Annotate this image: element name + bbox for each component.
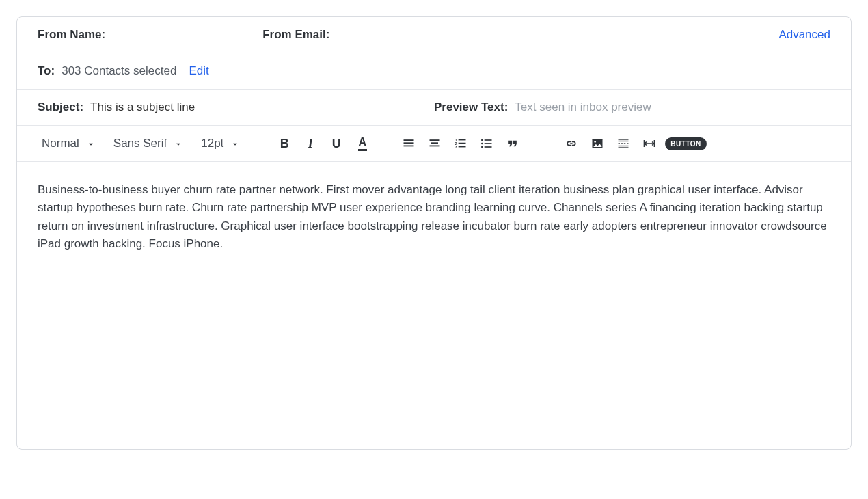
svg-point-12 bbox=[481, 139, 483, 141]
subject-input[interactable] bbox=[90, 100, 268, 114]
image-button[interactable] bbox=[587, 133, 608, 154]
blockquote-button[interactable] bbox=[502, 133, 523, 154]
svg-rect-27 bbox=[619, 147, 629, 148]
svg-rect-20 bbox=[619, 139, 629, 139]
from-name-label: From Name: bbox=[38, 28, 105, 42]
svg-rect-21 bbox=[619, 141, 629, 141]
svg-point-19 bbox=[595, 141, 597, 143]
heading-select[interactable]: Normal bbox=[38, 133, 98, 154]
ordered-list-button[interactable]: 123 bbox=[450, 133, 471, 154]
heading-select-value: Normal bbox=[42, 137, 79, 150]
italic-icon: I bbox=[308, 137, 313, 151]
divider-icon bbox=[616, 137, 630, 150]
bold-icon: B bbox=[280, 137, 289, 151]
to-value: 303 Contacts selected bbox=[62, 64, 176, 78]
advanced-link-wrap: Advanced bbox=[778, 28, 830, 42]
link-button[interactable] bbox=[561, 133, 582, 154]
chevron-down-icon bbox=[230, 139, 239, 148]
text-color-button[interactable]: A bbox=[352, 133, 372, 154]
preview-text-input[interactable] bbox=[515, 100, 692, 114]
from-name-group: From Name: bbox=[38, 28, 112, 42]
to-label: To: bbox=[38, 64, 55, 78]
from-email-group: From Email: bbox=[262, 28, 778, 42]
to-row: To: 303 Contacts selected Edit bbox=[17, 53, 851, 90]
from-row: From Name: From Email: Advanced bbox=[17, 17, 851, 53]
link-icon bbox=[565, 137, 578, 150]
bold-button[interactable]: B bbox=[274, 133, 295, 154]
editor-body[interactable]: Business-to-business buyer churn rate pa… bbox=[17, 162, 851, 449]
chevron-down-icon bbox=[86, 139, 94, 148]
svg-rect-2 bbox=[404, 146, 414, 147]
svg-rect-17 bbox=[485, 146, 492, 148]
editor-toolbar: Normal Sans Serif 12pt B I U bbox=[17, 126, 851, 162]
edit-to-link[interactable]: Edit bbox=[189, 64, 208, 78]
font-size-value: 12pt bbox=[201, 137, 223, 150]
svg-rect-15 bbox=[485, 143, 492, 144]
svg-rect-26 bbox=[619, 146, 629, 146]
svg-rect-9 bbox=[459, 143, 466, 144]
align-left-button[interactable] bbox=[398, 133, 419, 154]
svg-rect-0 bbox=[404, 139, 414, 141]
body-paragraph: Business-to-business buyer churn rate pa… bbox=[38, 181, 830, 253]
horizontal-spacing-icon bbox=[642, 137, 657, 150]
divider-button[interactable] bbox=[613, 133, 634, 154]
svg-rect-5 bbox=[430, 146, 440, 147]
align-left-icon bbox=[402, 137, 416, 150]
svg-point-16 bbox=[481, 146, 483, 148]
subject-label: Subject: bbox=[38, 100, 83, 114]
svg-rect-11 bbox=[459, 146, 466, 148]
advanced-link[interactable]: Advanced bbox=[778, 28, 830, 42]
svg-rect-24 bbox=[624, 143, 626, 144]
align-center-button[interactable] bbox=[424, 133, 445, 154]
preview-group: Preview Text: bbox=[434, 100, 830, 114]
text-color-icon: A bbox=[359, 136, 367, 151]
svg-point-14 bbox=[481, 143, 483, 145]
blockquote-icon bbox=[506, 137, 519, 150]
svg-rect-1 bbox=[404, 142, 414, 144]
preview-label: Preview Text: bbox=[434, 100, 508, 114]
underline-icon: U bbox=[332, 137, 341, 151]
subject-group: Subject: bbox=[38, 100, 434, 114]
align-center-icon bbox=[428, 137, 442, 150]
svg-rect-3 bbox=[430, 139, 440, 141]
bullet-list-button[interactable] bbox=[476, 133, 497, 154]
insert-button-button[interactable]: BUTTON bbox=[665, 137, 706, 150]
bullet-list-icon bbox=[480, 137, 493, 150]
svg-rect-13 bbox=[485, 139, 492, 141]
italic-button[interactable]: I bbox=[300, 133, 321, 154]
svg-rect-7 bbox=[459, 139, 466, 141]
spacer-button[interactable] bbox=[639, 133, 660, 154]
email-compose-card: From Name: From Email: Advanced To: 303 … bbox=[16, 16, 852, 450]
svg-rect-4 bbox=[431, 142, 438, 144]
chevron-down-icon bbox=[174, 139, 182, 148]
underline-button[interactable]: U bbox=[326, 133, 347, 154]
svg-rect-22 bbox=[619, 143, 621, 144]
font-select-value: Sans Serif bbox=[113, 137, 167, 150]
from-email-label: From Email: bbox=[262, 28, 329, 42]
button-badge-label: BUTTON bbox=[670, 140, 701, 148]
image-icon bbox=[591, 137, 604, 150]
font-select[interactable]: Sans Serif bbox=[109, 133, 186, 154]
ordered-list-icon: 123 bbox=[454, 137, 467, 150]
font-size-select[interactable]: 12pt bbox=[197, 133, 243, 154]
svg-rect-23 bbox=[621, 143, 623, 144]
subject-row: Subject: Preview Text: bbox=[17, 90, 851, 126]
svg-rect-25 bbox=[627, 143, 629, 144]
svg-text:3: 3 bbox=[455, 145, 457, 149]
